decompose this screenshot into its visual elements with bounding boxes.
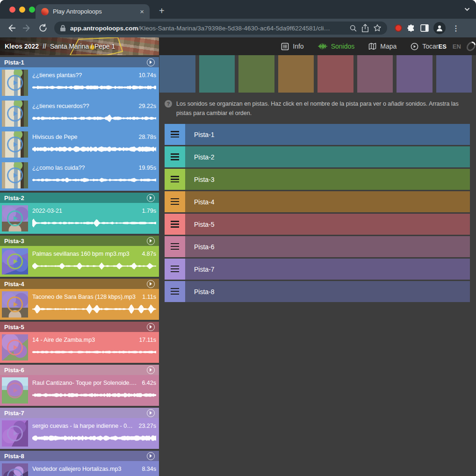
drag-handle[interactable]: [165, 281, 185, 302]
tab-search-chevron-icon[interactable]: [464, 6, 470, 13]
track-row-8[interactable]: Pista-8: [165, 281, 470, 302]
breadcrumb-project[interactable]: Kleos 2022: [5, 43, 39, 50]
clip-play-icon[interactable]: [7, 137, 23, 152]
track-play-icon[interactable]: [147, 409, 155, 417]
bookmark-star-icon[interactable]: [373, 24, 382, 32]
new-tab-button[interactable]: +: [156, 5, 167, 17]
extensions-puzzle-icon[interactable]: [407, 24, 416, 33]
audio-clip[interactable]: ¿¿como las cuida?? 19.95s: [0, 160, 159, 191]
clip-thumbnail[interactable]: [2, 248, 28, 274]
clip-play-icon[interactable]: [7, 106, 23, 122]
clip-thumbnail[interactable]: [2, 463, 28, 476]
audio-clip[interactable]: Vendedor callejero Hortalizas.mp3 8.34s: [0, 461, 159, 476]
audio-clip[interactable]: Hiviscus de Pepe 28.78s: [0, 129, 159, 160]
track-row-3[interactable]: Pista-3: [165, 169, 470, 190]
clip-thumbnail[interactable]: [2, 291, 28, 317]
track-color-swatch-4[interactable]: [278, 55, 314, 93]
track-play-icon[interactable]: [147, 323, 155, 331]
sidebar-track-header[interactable]: Pista-6: [0, 365, 159, 375]
audio-clip[interactable]: Taconeo de Sara Baras (128 kbps).mp3 1.1…: [0, 289, 159, 320]
lang-en[interactable]: EN: [453, 43, 461, 50]
sidebar-track-header[interactable]: Pista-1: [0, 57, 159, 67]
clip-play-icon[interactable]: [7, 296, 23, 312]
sidebar-track-name[interactable]: Pista-2: [4, 195, 24, 202]
sidebar-track-name[interactable]: Pista-1: [4, 59, 24, 66]
profile-avatar[interactable]: [433, 22, 446, 34]
clip-play-icon[interactable]: [7, 426, 23, 441]
clip-thumbnail[interactable]: [2, 131, 28, 158]
browser-tab[interactable]: Play Antropoloops ×: [36, 4, 150, 19]
lang-es[interactable]: ES: [438, 43, 446, 50]
zoom-icon[interactable]: [349, 24, 357, 32]
zoom-window-button[interactable]: [29, 7, 35, 13]
track-row-body[interactable]: Pista-7: [185, 259, 470, 280]
drag-handle[interactable]: [165, 214, 185, 235]
window-controls[interactable]: [9, 7, 35, 13]
track-play-icon[interactable]: [147, 280, 155, 288]
clip-play-icon[interactable]: [7, 469, 23, 476]
nav-info[interactable]: Info: [281, 43, 303, 50]
minimize-window-button[interactable]: [19, 7, 25, 13]
clip-thumbnail[interactable]: [2, 420, 28, 447]
drag-handle[interactable]: [165, 169, 185, 190]
clip-play-icon[interactable]: [7, 339, 23, 355]
track-row-body[interactable]: Pista-8: [185, 281, 470, 302]
track-row-7[interactable]: Pista-7: [165, 259, 470, 280]
sidebar-track-name[interactable]: Pista-3: [4, 238, 24, 245]
track-play-icon[interactable]: [147, 194, 155, 202]
track-play-icon[interactable]: [147, 237, 155, 245]
track-row-body[interactable]: Pista-2: [185, 146, 470, 167]
address-bar[interactable]: app.antropoloops.com/Kleos-Santa-Marina/…: [54, 22, 387, 35]
clip-thumbnail[interactable]: [2, 377, 28, 404]
audio-clip[interactable]: ¿¿tienes plantas?? 10.74s: [0, 67, 159, 98]
track-row-body[interactable]: Pista-1: [185, 124, 470, 145]
drag-handle[interactable]: [165, 259, 185, 280]
sidebar-track-header[interactable]: Pista-8: [0, 451, 159, 461]
track-row-body[interactable]: Pista-5: [185, 214, 470, 235]
clip-thumbnail[interactable]: [2, 205, 28, 231]
track-color-swatch-2[interactable]: [199, 55, 235, 93]
track-color-swatch-7[interactable]: [397, 55, 433, 93]
browser-menu-icon[interactable]: ⋮: [450, 24, 462, 33]
sidebar-track-header[interactable]: Pista-2: [0, 193, 159, 203]
clip-thumbnail[interactable]: [2, 162, 28, 188]
track-play-icon[interactable]: [147, 366, 155, 374]
track-row-4[interactable]: Pista-4: [165, 191, 470, 212]
track-row-6[interactable]: Pista-6: [165, 236, 470, 257]
sidebar-track-header[interactable]: Pista-3: [0, 236, 159, 246]
close-window-button[interactable]: [9, 7, 15, 13]
sidebar-track-name[interactable]: Pista-6: [4, 367, 24, 374]
nav-tocar[interactable]: Tocar: [411, 43, 438, 50]
track-row-body[interactable]: Pista-6: [185, 236, 470, 257]
sidebar-track-name[interactable]: Pista-5: [4, 324, 24, 331]
drag-handle[interactable]: [165, 146, 185, 167]
sidebar-track-name[interactable]: Pista-4: [4, 281, 24, 288]
audio-clip[interactable]: ¿¿tienes recuerdos?? 29.22s: [0, 98, 159, 129]
nav-mapa[interactable]: Mapa: [368, 43, 397, 50]
sidebar-track-name[interactable]: Pista-7: [4, 410, 24, 417]
sidebar-track-header[interactable]: Pista-5: [0, 322, 159, 332]
track-play-icon[interactable]: [147, 452, 155, 460]
drag-handle[interactable]: [165, 236, 185, 257]
drag-handle[interactable]: [165, 124, 185, 145]
breadcrumb-page[interactable]: Santa Marina / Pepe 1: [50, 43, 115, 50]
track-row-body[interactable]: Pista-4: [185, 191, 470, 212]
clip-thumbnail[interactable]: [2, 101, 28, 127]
track-color-swatch-5[interactable]: [317, 55, 353, 93]
track-color-swatch-8[interactable]: [436, 55, 472, 93]
reload-button[interactable]: [36, 22, 50, 35]
track-color-swatch-3[interactable]: [238, 55, 274, 93]
nav-sonidos[interactable]: Sonidos: [318, 43, 355, 50]
track-color-swatch-6[interactable]: [357, 55, 393, 93]
audio-clip[interactable]: Palmas sevillanas 160 bpm mp3.mp3 4.87s: [0, 246, 159, 277]
track-row-body[interactable]: Pista-3: [185, 169, 470, 190]
audio-clip[interactable]: sergio cuevas - la harpe indienne - 03 -…: [0, 418, 159, 449]
share-icon[interactable]: [361, 24, 369, 32]
track-row-2[interactable]: Pista-2: [165, 146, 470, 167]
side-panel-icon[interactable]: [420, 24, 429, 32]
audio-clip[interactable]: Raul Cantizano- Toque por Solenoide.mp3 …: [0, 375, 159, 406]
sidebar-track-header[interactable]: Pista-7: [0, 408, 159, 418]
track-color-swatch-1[interactable]: [159, 55, 195, 93]
track-play-icon[interactable]: [147, 58, 155, 66]
clip-play-icon[interactable]: [7, 167, 23, 183]
